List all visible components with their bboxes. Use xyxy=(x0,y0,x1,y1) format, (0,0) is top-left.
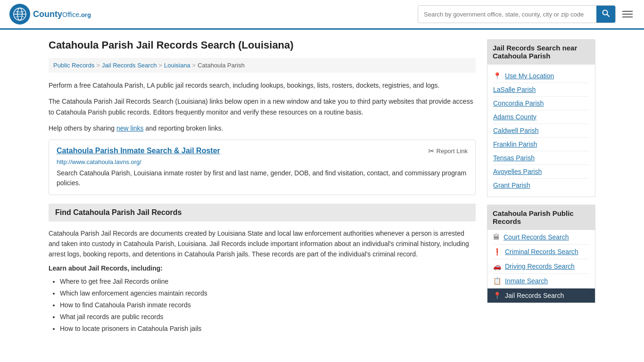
bullet-list: Where to get free Jail Records online Wh… xyxy=(49,276,476,335)
sidebar-item-franklin[interactable]: Franklin Parish xyxy=(493,138,589,151)
driving-records-link[interactable]: Driving Records Search xyxy=(505,263,575,270)
criminal-records-link[interactable]: Criminal Records Search xyxy=(505,248,578,255)
sidebar-item-tensas[interactable]: Tensas Parish xyxy=(493,151,589,165)
sidebar-item-lasalle[interactable]: LaSalle Parish xyxy=(493,83,589,97)
link-block-header: Catahoula Parish Inmate Search & Jail Ro… xyxy=(57,147,468,156)
inmate-search-link[interactable]: Catahoula Parish Inmate Search & Jail Ro… xyxy=(57,147,220,155)
inmate-icon: 📋 xyxy=(493,277,501,285)
use-location-link[interactable]: Use My Location xyxy=(505,72,554,80)
header-right xyxy=(418,5,635,23)
nearby-section: Jail Records Search near Catahoula Paris… xyxy=(487,39,595,197)
list-item: How to find Catahoula Parish inmate reco… xyxy=(60,299,476,311)
hamburger-menu-button[interactable] xyxy=(620,9,635,19)
court-icon: 🏛 xyxy=(493,233,500,241)
public-records-body: 🏛 Court Records Search ❗ Criminal Record… xyxy=(487,230,595,303)
sidebar-item-grant[interactable]: Grant Parish xyxy=(493,179,589,192)
logo-text: CountyOffice.org xyxy=(33,9,91,19)
sidebar-item-concordia[interactable]: Concordia Parish xyxy=(493,97,589,110)
breadcrumb-louisiana[interactable]: Louisiana xyxy=(164,62,190,69)
list-item: What jail records are public records xyxy=(60,311,476,323)
desc-p1: Perform a free Catahoula Parish, LA publ… xyxy=(49,80,476,90)
sidebar: Jail Records Search near Catahoula Paris… xyxy=(487,39,595,335)
list-item: Which law enforcement agencies maintain … xyxy=(60,288,476,299)
list-item: How to locate prisoners in Catahoula Par… xyxy=(60,323,476,335)
search-button[interactable] xyxy=(596,6,615,23)
desc-p2: The Catahoula Parish Jail Records Search… xyxy=(49,96,476,117)
caldwell-link[interactable]: Caldwell Parish xyxy=(493,127,538,134)
find-section-header: Find Catahoula Parish Jail Records xyxy=(49,204,476,222)
sidebar-pr-criminal[interactable]: ❗ Criminal Records Search xyxy=(493,245,589,259)
criminal-icon: ❗ xyxy=(493,248,501,255)
report-link-button[interactable]: ✂ Report Link xyxy=(428,147,468,156)
nearby-body: 📍 Use My Location LaSalle Parish Concord… xyxy=(487,65,595,197)
tensas-link[interactable]: Tensas Parish xyxy=(493,154,535,162)
driving-icon: 🚗 xyxy=(493,263,501,270)
sidebar-item-use-location[interactable]: 📍 Use My Location xyxy=(493,69,589,83)
lasalle-link[interactable]: LaSalle Parish xyxy=(493,86,536,93)
public-records-header: Catahoula Parish Public Records xyxy=(487,205,595,230)
list-item: Where to get free Jail Records online xyxy=(60,276,476,288)
search-input[interactable] xyxy=(418,7,596,22)
inmate-search-sidebar-link[interactable]: Inmate Search xyxy=(505,277,548,285)
concordia-link[interactable]: Concordia Parish xyxy=(493,99,544,107)
page-title: Catahoula Parish Jail Records Search (Lo… xyxy=(49,39,476,51)
adams-link[interactable]: Adams County xyxy=(493,113,537,121)
find-section-title: Find Catahoula Parish Jail Records xyxy=(55,208,469,217)
content-area: Catahoula Parish Jail Records Search (Lo… xyxy=(49,39,476,335)
new-links-link[interactable]: new links xyxy=(116,124,144,132)
franklin-link[interactable]: Franklin Parish xyxy=(493,140,537,148)
avoyelles-link[interactable]: Avoyelles Parish xyxy=(493,168,542,175)
learn-title: Learn about Jail Records, including: xyxy=(49,264,476,272)
link-url[interactable]: http://www.catahoula.lavns.org/ xyxy=(57,158,468,165)
link-block-title: Catahoula Parish Inmate Search & Jail Ro… xyxy=(57,147,220,155)
main-container: Catahoula Parish Jail Records Search (Lo… xyxy=(39,30,605,345)
sidebar-item-caldwell[interactable]: Caldwell Parish xyxy=(493,124,589,138)
logo-area: CountyOffice.org xyxy=(9,4,91,25)
find-section-text: Catahoula Parish Jail Records are docume… xyxy=(49,228,476,260)
desc-p3: Help others by sharing new links and rep… xyxy=(49,123,476,133)
sidebar-item-adams[interactable]: Adams County xyxy=(493,110,589,124)
grant-link[interactable]: Grant Parish xyxy=(493,181,530,189)
public-records-section: Catahoula Parish Public Records 🏛 Court … xyxy=(487,205,595,303)
link-desc: Search Catahoula Parish, Louisiana inmat… xyxy=(57,168,468,188)
breadcrumb-current: Catahoula Parish xyxy=(198,62,245,69)
jail-records-sidebar-link[interactable]: Jail Records Search xyxy=(505,292,564,299)
header: CountyOffice.org xyxy=(0,0,644,30)
location-pin-icon: 📍 xyxy=(493,72,501,80)
sidebar-pr-jail[interactable]: 📍 Jail Records Search xyxy=(487,288,595,303)
link-block: Catahoula Parish Inmate Search & Jail Ro… xyxy=(49,140,476,195)
sidebar-pr-court[interactable]: 🏛 Court Records Search xyxy=(493,230,589,245)
breadcrumb-public-records[interactable]: Public Records xyxy=(53,62,94,69)
report-icon: ✂ xyxy=(428,147,434,156)
jail-records-icon: 📍 xyxy=(493,292,501,299)
breadcrumb-jail-records[interactable]: Jail Records Search xyxy=(102,62,157,69)
sidebar-pr-driving[interactable]: 🚗 Driving Records Search xyxy=(493,259,589,274)
breadcrumb: Public Records > Jail Records Search > L… xyxy=(49,58,476,73)
logo-icon xyxy=(9,4,30,25)
nearby-header: Jail Records Search near Catahoula Paris… xyxy=(487,39,595,65)
sidebar-item-avoyelles[interactable]: Avoyelles Parish xyxy=(493,165,589,179)
search-bar xyxy=(418,5,616,23)
sidebar-pr-inmate[interactable]: 📋 Inmate Search xyxy=(493,274,589,288)
svg-line-5 xyxy=(607,15,610,17)
court-records-link[interactable]: Court Records Search xyxy=(504,233,569,241)
